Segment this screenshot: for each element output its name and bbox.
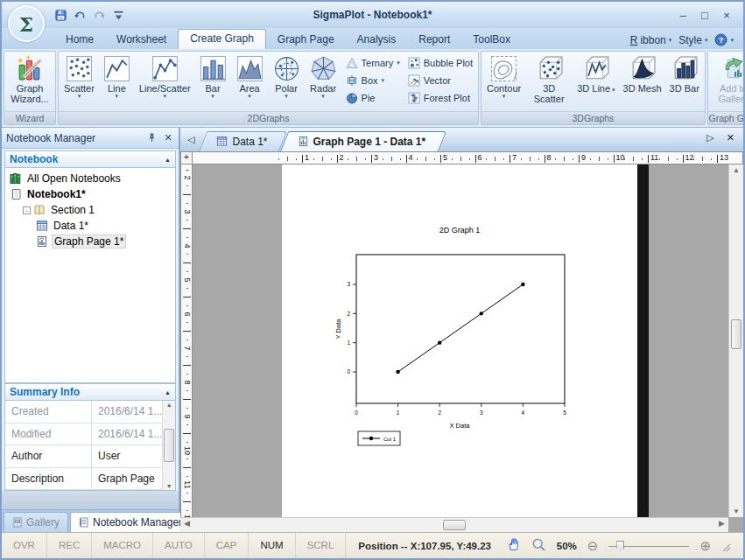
pin-icon: [147, 133, 157, 143]
graph-page[interactable]: 2D Graph 10123450123X DataY DataCol 1: [282, 164, 637, 517]
maximize-button[interactable]: □: [695, 7, 714, 23]
tree-expander-icon[interactable]: -: [23, 206, 31, 214]
notebook-header-label: Notebook: [10, 153, 58, 165]
ribbon-button-bar[interactable]: Bar▾: [195, 52, 231, 110]
ribbon-tab-worksheet[interactable]: Worksheet: [105, 30, 178, 49]
scroll-down-icon[interactable]: ▼: [729, 508, 743, 515]
qat-more-icon: [112, 9, 125, 22]
ribbon-button-scatter[interactable]: Scatter▾: [60, 52, 98, 110]
panel-tab-gallery[interactable]: Gallery: [4, 512, 68, 532]
ribbon-button-polar[interactable]: Polar▾: [269, 52, 305, 110]
ruler-origin-button[interactable]: +: [180, 151, 193, 164]
document-close-icon[interactable]: ✕: [727, 132, 734, 144]
graph-canvas[interactable]: 2D Graph 10123450123X DataY DataCol 1: [282, 164, 637, 517]
gallery-tab-icon: [12, 517, 23, 528]
save-button[interactable]: [53, 7, 68, 23]
resize-grip[interactable]: [721, 542, 731, 554]
ribbon-button-radar[interactable]: Radar▾: [306, 52, 341, 110]
app-menu-button[interactable]: Σ: [8, 5, 45, 42]
panel-tab-notebook-manager[interactable]: Notebook Manager: [70, 512, 191, 532]
scroll-thumb[interactable]: [443, 520, 466, 530]
titlebar: Σ SigmaPlot - Notebook1* –□×: [2, 2, 743, 28]
summary-value[interactable]: User: [91, 445, 162, 467]
ribbon-button-forest-plot[interactable]: Forest Plot: [406, 90, 474, 105]
minimize-button[interactable]: –: [673, 7, 692, 23]
books-icon: [10, 172, 22, 185]
redo-button[interactable]: [91, 7, 107, 23]
tree-item-notebook1[interactable]: Notebook1*: [5, 186, 175, 202]
zoom-slider[interactable]: [608, 540, 689, 552]
chevron-down-icon: ▾: [78, 94, 81, 99]
ribbon-button-contour[interactable]: Contour▾: [483, 52, 524, 110]
qat-more-button[interactable]: [110, 7, 126, 23]
tab-scroll-right-icon[interactable]: ▷: [706, 132, 713, 144]
scroll-thumb[interactable]: [164, 429, 174, 462]
summary-value[interactable]: Graph Page: [91, 468, 162, 490]
status-toggle-auto[interactable]: AUTO: [153, 533, 205, 558]
tree-item-graph-page-1[interactable]: Graph Page 1*: [5, 234, 175, 249]
ribbon-button-3d-line[interactable]: 3D Line ▾: [573, 52, 618, 110]
ribbon-tab-graph-page[interactable]: Graph Page: [266, 30, 346, 49]
status-toggle-num[interactable]: NUM: [249, 533, 295, 558]
document-tab-graph-page-1-data-1[interactable]: Graph Page 1 - Data 1*: [280, 131, 439, 151]
tree-item-data-1[interactable]: Data 1*: [5, 218, 175, 234]
status-toggle-scrl[interactable]: SCRL: [296, 533, 347, 558]
ribbon-button-3d-bar[interactable]: 3D Bar: [666, 52, 703, 110]
status-toggle-rec[interactable]: REC: [47, 533, 92, 558]
status-toggle-macro[interactable]: MACRO: [92, 533, 153, 558]
horizontal-scrollbar[interactable]: ◀ ▶: [180, 517, 728, 532]
ribbon-button-ternary[interactable]: Ternary▾: [344, 55, 402, 70]
tree-item-section-1[interactable]: -Section 1: [5, 202, 175, 218]
tree-item-all-open-notebooks[interactable]: All Open Notebooks: [5, 171, 175, 186]
ribbon-button-vector[interactable]: Vector: [406, 73, 474, 88]
scroll-thumb[interactable]: [731, 319, 741, 349]
ternary-icon: [346, 57, 358, 69]
vertical-scrollbar[interactable]: ▲ ▼: [728, 164, 743, 517]
style-menu[interactable]: Style▾: [676, 34, 710, 46]
summary-scrollbar[interactable]: ▲ ▼: [162, 401, 175, 490]
pan-hand-icon[interactable]: [506, 537, 521, 554]
scroll-up-icon[interactable]: ▲: [166, 402, 172, 408]
ribbon-button-bubble-plot[interactable]: Bubble Plot: [406, 55, 474, 70]
help-menu[interactable]: ?▾: [712, 33, 736, 46]
ribbon-button-box[interactable]: Box▾: [344, 73, 402, 88]
collapse-up-icon[interactable]: ▲: [165, 157, 171, 163]
ribbon-tab-create-graph[interactable]: Create Graph: [178, 29, 266, 49]
status-toggle-cap[interactable]: CAP: [205, 533, 250, 558]
ribbon-tab-toolbox[interactable]: ToolBox: [461, 30, 522, 49]
chevron-down-icon: ▾: [705, 38, 708, 43]
scroll-up-icon[interactable]: ▲: [729, 166, 743, 174]
pin-icon[interactable]: [145, 132, 158, 144]
scroll-right-icon[interactable]: ▶: [719, 519, 725, 528]
ribbon-button-pie[interactable]: Pie: [344, 90, 402, 105]
document-tab-data-1[interactable]: Data 1*: [199, 131, 279, 151]
ribbon-menu[interactable]: Ribbon▾: [628, 34, 675, 46]
status-toggle-ovr[interactable]: OVR: [2, 533, 47, 558]
ribbon-group-label: 2DGraphs: [59, 111, 478, 124]
undo-button[interactable]: [72, 7, 88, 23]
ribbon-tab-analysis[interactable]: Analysis: [346, 30, 408, 49]
ribbon-button-line[interactable]: Line▾: [99, 52, 135, 110]
summary-value[interactable]: 2016/6/14 1...: [91, 401, 162, 423]
ribbon-button-line-scatter[interactable]: Line/Scatter▾: [136, 52, 194, 110]
zoom-in-icon[interactable]: ⊕: [699, 538, 711, 554]
panel-close-icon[interactable]: ✕: [162, 132, 174, 144]
ribbon-group-2dgraphs: Scatter▾Line▾Line/Scatter▾Bar▾Area▾Polar…: [58, 51, 479, 125]
scroll-down-icon[interactable]: ▼: [166, 483, 172, 489]
summary-info-table: Created2016/6/14 1...Modified2016/6/14 1…: [4, 401, 176, 491]
svg-text:0: 0: [355, 410, 358, 416]
close-button[interactable]: ×: [717, 7, 736, 23]
zoom-slider-thumb[interactable]: [616, 541, 624, 552]
zoom-magnifier-icon[interactable]: [531, 537, 546, 554]
summary-value[interactable]: 2016/6/14 1...: [91, 424, 162, 445]
ribbon-button-graph-wizard[interactable]: ★★★Graph Wizard...: [6, 52, 53, 110]
ribbon-button-3d-mesh[interactable]: 3D Mesh: [620, 52, 665, 110]
scroll-left-icon[interactable]: ◀: [184, 519, 190, 528]
ribbon-tab-report[interactable]: Report: [407, 30, 461, 49]
ribbon-button-area[interactable]: Area▾: [232, 52, 268, 110]
tab-scroll-left-icon[interactable]: ◁: [183, 134, 199, 145]
ribbon-tab-home[interactable]: Home: [54, 30, 105, 49]
zoom-out-icon[interactable]: ⊖: [587, 538, 599, 554]
collapse-up-icon[interactable]: ▲: [165, 389, 171, 396]
ribbon-button-3d-scatter[interactable]: 3D Scatter: [525, 52, 573, 110]
